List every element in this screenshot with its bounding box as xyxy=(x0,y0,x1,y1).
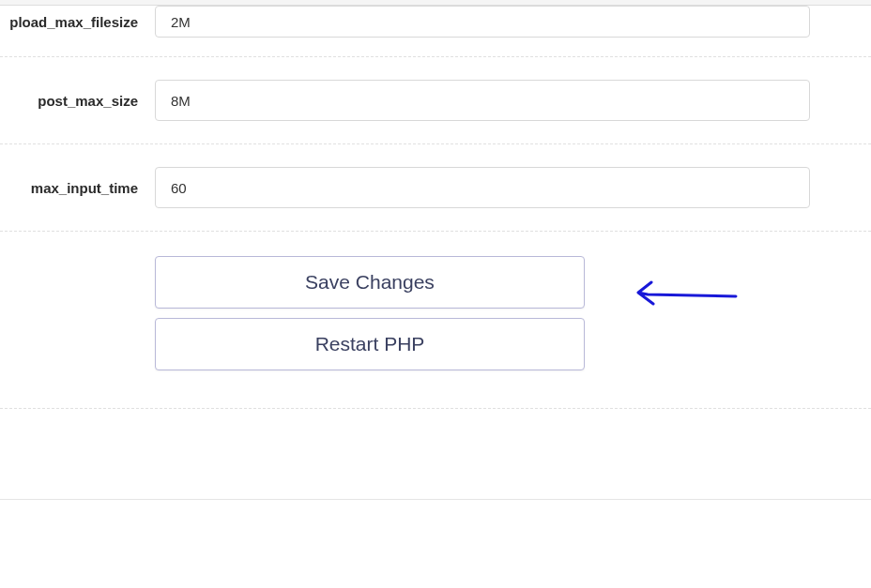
save-changes-button[interactable]: Save Changes xyxy=(155,256,585,309)
field-label-max-input-time: max_input_time xyxy=(0,180,155,196)
field-label-upload-max-filesize: pload_max_filesize xyxy=(0,14,155,30)
button-section: Save Changes Restart PHP xyxy=(0,232,871,409)
field-input-upload-max-filesize[interactable] xyxy=(155,6,810,38)
field-label-post-max-size: post_max_size xyxy=(0,93,155,109)
bottom-divider xyxy=(0,499,871,500)
field-input-post-max-size[interactable] xyxy=(155,80,810,121)
restart-php-button[interactable]: Restart PHP xyxy=(155,318,585,370)
field-row-post-max-size: post_max_size xyxy=(0,57,871,144)
field-input-max-input-time[interactable] xyxy=(155,167,810,208)
field-row-upload-max-filesize: pload_max_filesize xyxy=(0,6,871,57)
field-row-max-input-time: max_input_time xyxy=(0,144,871,232)
